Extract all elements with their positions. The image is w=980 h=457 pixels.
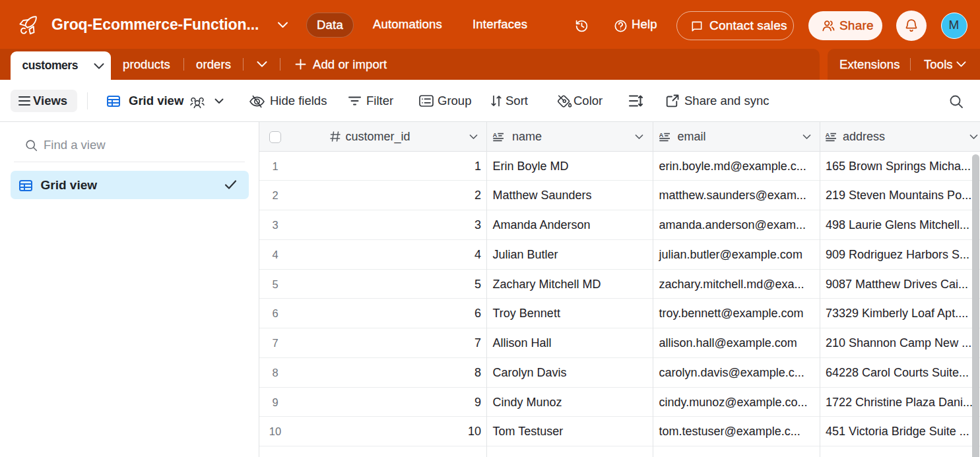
svg-text:A: A [493,132,498,138]
svg-text:A: A [659,132,664,138]
svg-text:A: A [826,132,830,138]
